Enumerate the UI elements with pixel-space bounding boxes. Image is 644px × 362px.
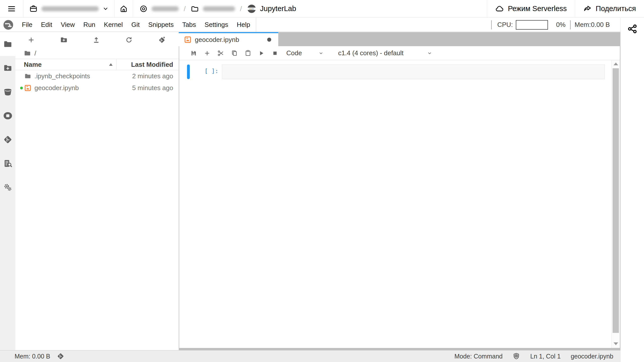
project-icon — [140, 5, 148, 13]
notebook-content: [ ]: — [179, 60, 620, 348]
file-modified: 2 minutes ago — [132, 72, 179, 80]
save-icon — [190, 50, 197, 56]
scrollbar-thumb[interactable] — [613, 68, 619, 333]
name-column-header[interactable]: Name — [15, 61, 116, 69]
menu-edit[interactable]: Edit — [37, 18, 57, 32]
share-nodes-button[interactable] — [627, 24, 637, 34]
mode-indicator[interactable]: Mode: Command — [454, 353, 503, 360]
breadcrumb-separator: / — [239, 5, 243, 13]
menu-run[interactable]: Run — [79, 18, 100, 32]
cell-type-dropdown[interactable]: Code — [286, 49, 324, 57]
sidebar-tab-file-browser[interactable] — [0, 32, 15, 56]
share-label: Поделиться — [596, 5, 636, 13]
breadcrumb-separator: / — [183, 5, 187, 13]
new-folder-icon — [60, 36, 68, 44]
trust-shield-icon[interactable] — [513, 352, 520, 360]
git-status-icon[interactable] — [57, 352, 64, 360]
memory-status[interactable]: Mem: 0.00 B — [15, 353, 50, 360]
new-launcher-button[interactable] — [27, 36, 35, 44]
cut-cells-button[interactable] — [214, 48, 227, 58]
save-button[interactable] — [187, 48, 200, 58]
folder-outline-icon — [191, 5, 199, 13]
active-file-name[interactable]: geocoder.ipynb — [571, 353, 613, 360]
upload-button[interactable] — [93, 36, 100, 44]
cpu-percent: 0% — [556, 21, 566, 29]
menu-divider — [256, 18, 256, 32]
sort-ascending-icon — [109, 63, 113, 66]
git-clone-icon — [158, 36, 166, 44]
stop-kernel-button[interactable] — [268, 48, 282, 58]
sidebar-tab-new-folder[interactable] — [0, 56, 15, 80]
datasphere-logo-icon — [3, 20, 14, 30]
menu-kernel[interactable]: Kernel — [100, 18, 127, 32]
file-browser-toolbar — [15, 32, 179, 48]
sidebar-tab-stop-circle[interactable] — [0, 104, 15, 128]
tab-geocoder-ipynb[interactable]: geocoder.ipynb — [179, 32, 278, 46]
sidebar-tab-buckets[interactable] — [0, 80, 15, 104]
root-folder-icon — [24, 50, 31, 57]
cell-editor[interactable] — [222, 65, 605, 79]
main-dock: geocoder.ipynb — [179, 32, 620, 350]
scroll-down-arrow[interactable] — [614, 342, 618, 345]
share-arrow-icon — [583, 5, 592, 13]
menu-tabs[interactable]: Tabs — [178, 18, 200, 32]
menu-file[interactable]: File — [18, 18, 37, 32]
sidebar-tab-snippets-search[interactable] — [0, 151, 15, 175]
kernel-dropdown[interactable]: c1.4 (4 cores) - default — [338, 49, 432, 57]
share-button[interactable]: Поделиться — [575, 0, 644, 17]
run-icon — [258, 50, 265, 56]
new-folder-button[interactable] — [60, 36, 68, 44]
redacted-folder-name[interactable] — [203, 6, 235, 11]
file-browser-panel: / Name Last Modified .ipynb_checkpoints … — [15, 32, 179, 350]
menu-git[interactable]: Git — [127, 18, 144, 32]
unsaved-changes-dot[interactable] — [267, 38, 271, 42]
status-bar-right: Mode: Command Ln 1, Col 1 geocoder.ipynb — [454, 352, 620, 360]
file-row-geocoder[interactable]: geocoder.ipynb 5 minutes ago — [15, 82, 179, 94]
file-modified: 5 minutes ago — [132, 84, 179, 92]
refresh-button[interactable] — [125, 36, 133, 44]
file-name: .ipynb_checkpoints — [34, 72, 132, 80]
serverless-mode-button[interactable]: Режим Serverless — [487, 0, 575, 17]
git-clone-button[interactable] — [158, 36, 166, 44]
chevron-down-icon — [427, 51, 432, 56]
file-row-checkpoints[interactable]: .ipynb_checkpoints 2 minutes ago — [15, 70, 179, 82]
code-cell: [ ]: — [187, 65, 611, 79]
sidebar-tab-settings[interactable] — [0, 175, 15, 199]
paste-cells-button[interactable] — [241, 48, 255, 58]
git-branch-icon — [3, 135, 13, 144]
menu-snippets[interactable]: Snippets — [144, 18, 178, 32]
menu-view[interactable]: View — [57, 18, 79, 32]
cursor-position[interactable]: Ln 1, Col 1 — [530, 353, 561, 360]
notebook-scrollbar[interactable] — [611, 60, 620, 348]
activity-bar — [0, 32, 15, 350]
hamburger-menu-button[interactable] — [0, 0, 23, 17]
gears-icon — [3, 183, 12, 192]
add-cell-button[interactable] — [200, 48, 214, 58]
cell-collapser[interactable] — [187, 65, 190, 79]
scroll-up-arrow[interactable] — [614, 63, 618, 65]
chevron-down-icon — [103, 6, 108, 12]
tab-title: geocoder.ipynb — [195, 36, 239, 44]
svg-text:jupyter: jupyter — [249, 8, 254, 10]
file-browser-breadcrumb[interactable]: / — [15, 48, 179, 59]
redacted-project-name[interactable] — [152, 6, 179, 11]
organization-selector[interactable] — [23, 0, 115, 17]
menu-settings[interactable]: Settings — [200, 18, 233, 32]
stop-icon — [272, 50, 278, 56]
scissors-icon — [217, 50, 224, 57]
sidebar-tab-git[interactable] — [0, 128, 15, 151]
run-cell-button[interactable] — [255, 48, 268, 58]
home-button[interactable] — [115, 0, 133, 17]
copy-cells-button[interactable] — [227, 48, 241, 58]
folder-icon — [24, 73, 31, 80]
status-dot-slot — [18, 87, 24, 89]
modified-column-header[interactable]: Last Modified — [117, 61, 179, 69]
notebook-toolbar: Code c1.4 (4 cores) - default — [179, 46, 620, 60]
breadcrumb: / / jupyter JupyterLab — [133, 0, 487, 17]
serverless-label: Режим Serverless — [508, 5, 567, 13]
file-name: geocoder.ipynb — [34, 84, 132, 92]
list-search-icon — [3, 159, 13, 168]
cpu-usage-meter — [516, 20, 548, 30]
refresh-icon — [125, 36, 133, 44]
menu-help[interactable]: Help — [233, 18, 254, 32]
